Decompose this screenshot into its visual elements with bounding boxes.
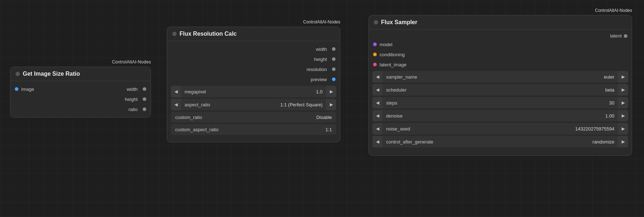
- control-sampler-name[interactable]: ◀ sampler_name euler ▶: [372, 71, 628, 83]
- control-aspect-ratio-label: aspect_ratio: [181, 102, 280, 107]
- node2-header: Flux Resolution Calc: [167, 27, 340, 41]
- node2-title: Flux Resolution Calc: [180, 31, 237, 37]
- control-steps-value: 30: [609, 100, 618, 106]
- node3-body: latent model conditioning latent_image ◀…: [369, 30, 632, 155]
- port-row-ratio: ratio: [10, 104, 151, 114]
- control-sampler-name-right[interactable]: ▶: [618, 71, 628, 83]
- control-sampler-name-label: sampler_name: [382, 74, 604, 80]
- control-noise-seed-left[interactable]: ◀: [372, 123, 382, 134]
- control-megapixel[interactable]: ◀ megapixel 1.0 ▶: [171, 86, 336, 97]
- port-dot-preview-out: [332, 78, 336, 81]
- port-dot-latent: [624, 34, 627, 38]
- control-cag-right[interactable]: ▶: [618, 136, 628, 147]
- node1-group-label: ControlAltAI-Nodes: [10, 59, 151, 65]
- control-megapixel-left[interactable]: ◀: [171, 86, 181, 97]
- control-custom-ratio-value: Disable: [316, 115, 332, 120]
- control-custom-aspect-ratio-value: 1:1: [325, 127, 332, 132]
- port-label-resolution-out: resolution: [307, 67, 327, 72]
- control-noise-seed-value: 143220275975594: [575, 126, 618, 132]
- control-scheduler[interactable]: ◀ scheduler beta ▶: [372, 84, 628, 96]
- node3-status-dot: [374, 20, 378, 25]
- node2-group-label: ControlAltAI-Nodes: [167, 19, 340, 25]
- control-aspect-ratio[interactable]: ◀ aspect_ratio 1:1 (Perfect Square) ▶: [171, 99, 336, 110]
- port-label-preview-out: preview: [311, 77, 327, 82]
- port-dot-model: [373, 43, 377, 46]
- port-dot-resolution-out: [332, 67, 336, 71]
- control-denoise[interactable]: ◀ denoise 1.00 ▶: [372, 110, 628, 121]
- node3-title: Flux Sampler: [381, 19, 417, 26]
- control-denoise-label: denoise: [382, 113, 605, 119]
- port-row-resolution-out: resolution: [167, 64, 340, 74]
- port-dot-conditioning: [373, 53, 377, 56]
- port-row-preview-out: preview: [167, 74, 340, 84]
- port-dot-image: [15, 87, 18, 91]
- control-control-after-generate[interactable]: ◀ control_after_generate randomize ▶: [372, 136, 628, 147]
- control-noise-seed[interactable]: ◀ noise_seed 143220275975594 ▶: [372, 123, 628, 134]
- port-label-image: image: [21, 87, 34, 92]
- control-aspect-ratio-value: 1:1 (Perfect Square): [280, 102, 326, 107]
- control-megapixel-value: 1.0: [316, 89, 326, 94]
- control-denoise-value: 1.00: [605, 113, 618, 119]
- control-scheduler-right[interactable]: ▶: [618, 84, 628, 96]
- control-megapixel-label: megapixel: [181, 89, 316, 94]
- port-label-latent: latent: [610, 33, 622, 39]
- port-dot-height-out: [332, 57, 336, 61]
- control-custom-ratio-label: custom_ratio: [175, 115, 316, 120]
- port-row-width-out: width: [167, 44, 340, 54]
- control-scheduler-value: beta: [605, 87, 618, 93]
- control-steps[interactable]: ◀ steps 30 ▶: [372, 97, 628, 108]
- node-flux-sampler: Flux Sampler latent model conditioning l…: [368, 15, 632, 156]
- port-label-height-out: height: [314, 57, 327, 62]
- control-scheduler-label: scheduler: [382, 87, 605, 93]
- node1-status-dot: [16, 72, 20, 76]
- node1-header: Get Image Size Ratio: [10, 67, 151, 81]
- control-sampler-name-value: euler: [604, 74, 618, 80]
- port-row-latent-image: latent_image: [369, 59, 632, 70]
- node-flux-resolution-calc: Flux Resolution Calc width height resolu…: [167, 27, 340, 142]
- port-dot-width: [143, 87, 146, 91]
- control-megapixel-right[interactable]: ▶: [326, 86, 336, 97]
- port-dot-width-out: [332, 47, 336, 51]
- port-row-model: model: [369, 39, 632, 49]
- latent-output-row: latent: [369, 32, 632, 39]
- node3-header: Flux Sampler: [369, 15, 632, 30]
- port-row-image: image width: [10, 84, 151, 94]
- node1-title: Get Image Size Ratio: [23, 71, 80, 77]
- node-get-image-size-ratio: Get Image Size Ratio image width height …: [10, 67, 151, 118]
- node3-group-label: ControlAltAI-Nodes: [368, 8, 632, 13]
- port-label-height-right: height: [125, 97, 138, 102]
- control-steps-left[interactable]: ◀: [372, 97, 382, 108]
- control-denoise-right[interactable]: ▶: [618, 110, 628, 121]
- control-sampler-name-left[interactable]: ◀: [372, 71, 382, 83]
- port-dot-latent-image: [373, 63, 377, 66]
- port-dot-ratio: [143, 107, 146, 111]
- control-aspect-ratio-right[interactable]: ▶: [326, 99, 336, 110]
- port-label-width-out: width: [316, 46, 327, 52]
- port-dot-height: [143, 97, 146, 101]
- port-label-model: model: [380, 42, 392, 47]
- port-label-width-right: width: [127, 87, 138, 92]
- control-steps-right[interactable]: ▶: [618, 97, 628, 108]
- node2-status-dot: [172, 32, 177, 36]
- node1-body: image width height ratio: [10, 81, 151, 117]
- control-noise-seed-right[interactable]: ▶: [618, 123, 628, 134]
- control-custom-aspect-ratio-label: custom_aspect_ratio: [175, 127, 325, 132]
- node2-body: width height resolution preview ◀ megapi…: [167, 41, 340, 142]
- control-scheduler-left[interactable]: ◀: [372, 84, 382, 96]
- control-cag-value: randomize: [592, 139, 618, 145]
- port-row-height: height: [10, 94, 151, 104]
- port-label-conditioning: conditioning: [380, 52, 405, 57]
- control-aspect-ratio-left[interactable]: ◀: [171, 99, 181, 110]
- control-cag-left[interactable]: ◀: [372, 136, 382, 147]
- port-row-height-out: height: [167, 54, 340, 64]
- port-row-conditioning: conditioning: [369, 49, 632, 59]
- control-custom-aspect-ratio[interactable]: custom_aspect_ratio 1:1: [171, 124, 336, 135]
- control-noise-seed-label: noise_seed: [382, 126, 575, 132]
- control-cag-label: control_after_generate: [382, 139, 592, 145]
- control-denoise-left[interactable]: ◀: [372, 110, 382, 121]
- port-label-ratio-right: ratio: [129, 107, 138, 112]
- control-steps-label: steps: [382, 100, 609, 106]
- port-label-latent-image: latent_image: [380, 62, 406, 67]
- control-custom-ratio[interactable]: custom_ratio Disable: [171, 112, 336, 123]
